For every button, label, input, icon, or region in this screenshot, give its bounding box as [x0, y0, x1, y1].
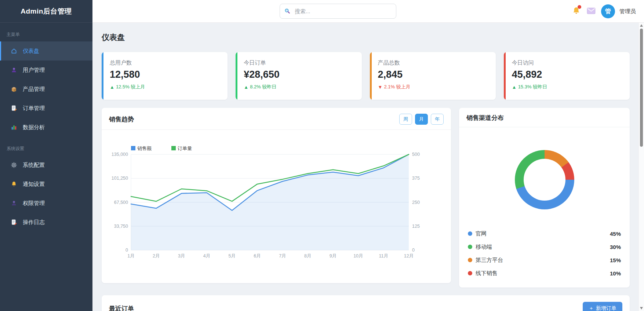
search-icon [284, 8, 291, 16]
sidebar-item-仪表盘[interactable]: 仪表盘 [0, 41, 92, 61]
svg-text:8月: 8月 [304, 253, 311, 259]
stat-value: 12,580 [110, 69, 219, 80]
svg-text:5月: 5月 [229, 253, 236, 259]
notifications-button[interactable] [571, 6, 581, 17]
legend-item-第三方平台: 第三方平台15% [468, 253, 621, 267]
sidebar-section-label: 主菜单 [0, 23, 92, 41]
legend-percent: 45% [610, 231, 621, 237]
sidebar-item-label: 订单管理 [23, 105, 45, 112]
svg-text:订单量: 订单量 [178, 146, 192, 151]
stat-card: 今日订单¥28,650▲8.2% 较昨日 [236, 52, 361, 100]
package-icon [10, 85, 18, 93]
sidebar-item-label: 通知设置 [23, 181, 45, 188]
stat-value: ¥28,650 [244, 69, 353, 80]
donut-chart [515, 150, 574, 209]
scrollbar-thumb[interactable] [640, 29, 643, 147]
sidebar-item-通知设置[interactable]: 通知设置 [0, 175, 92, 194]
svg-text:101,250: 101,250 [112, 176, 128, 181]
svg-text:135,000: 135,000 [112, 152, 128, 157]
trend-up-arrow-icon: ▲ [110, 84, 114, 90]
vertical-scrollbar[interactable] [638, 23, 644, 311]
stat-trend-text: 2.1% 较上月 [384, 84, 410, 90]
topbar-actions: 管 管理员 [571, 0, 636, 23]
sidebar-item-用户管理[interactable]: 用户管理 [0, 61, 92, 80]
legend-percent: 30% [610, 244, 621, 250]
svg-text:4月: 4月 [203, 253, 210, 259]
stat-trend-text: 12.5% 较上月 [116, 84, 145, 90]
search-input[interactable] [280, 4, 396, 19]
mail-icon [586, 6, 596, 17]
sidebar-item-订单管理[interactable]: 订单管理 [0, 99, 92, 118]
svg-text:7月: 7月 [279, 253, 286, 259]
sidebar-section-label: 系统设置 [0, 137, 92, 156]
legend-label: 线下销售 [476, 270, 610, 277]
page-title: 仪表盘 [102, 32, 630, 43]
chart-icon [10, 124, 18, 131]
svg-text:10月: 10月 [353, 253, 363, 259]
sidebar-item-label: 产品管理 [23, 86, 45, 93]
legend-item-移动端: 移动端30% [468, 240, 621, 253]
sidebar-item-label: 仪表盘 [23, 48, 39, 55]
legend-percent: 10% [610, 270, 621, 277]
stat-card: 产品总数2,845▼2.1% 较上月 [370, 52, 496, 100]
sidebar-item-label: 用户管理 [23, 67, 45, 74]
sales-channel-title: 销售渠道分布 [466, 114, 504, 122]
sidebar-item-产品管理[interactable]: 产品管理 [0, 80, 92, 99]
recent-orders-panel: 最近订单 ＋ 新增订单 [102, 295, 630, 311]
dashboard-content: 仪表盘 总用户数12,580▲12.5% 较上月今日订单¥28,650▲8.2%… [92, 23, 638, 311]
channel-legend: 官网45%移动端30%第三方平台15%线下销售10% [459, 227, 630, 280]
sidebar-item-label: 权限管理 [23, 200, 45, 207]
period-toggle-group: 周月年 [399, 114, 444, 125]
legend-label: 移动端 [476, 244, 610, 250]
stat-accent-bar [504, 52, 506, 100]
main-area: 管 管理员 仪表盘 总用户数12,580▲12.5% 较上月今日订单¥28,65… [92, 0, 644, 311]
stat-trend: ▲8.2% 较昨日 [244, 84, 353, 90]
svg-text:125: 125 [412, 224, 420, 229]
stat-trend-text: 8.2% 较昨日 [250, 84, 276, 90]
sidebar-item-操作日志[interactable]: 操作日志 [0, 213, 92, 232]
stat-card: 今日访问45,892▲15.3% 较昨日 [504, 52, 630, 100]
svg-text:6月: 6月 [254, 253, 261, 259]
donut-hole [524, 159, 565, 201]
period-button-年[interactable]: 年 [431, 114, 444, 125]
sidebar: Admin后台管理 主菜单仪表盘用户管理产品管理订单管理数据分析系统设置系统配置… [0, 0, 92, 311]
user-avatar[interactable]: 管 [601, 4, 615, 18]
gear-icon [10, 161, 18, 169]
sidebar-item-系统配置[interactable]: 系统配置 [0, 156, 92, 175]
period-button-周[interactable]: 周 [399, 114, 412, 125]
svg-text:500: 500 [412, 152, 420, 157]
svg-text:67,500: 67,500 [114, 200, 128, 205]
period-button-月[interactable]: 月 [415, 114, 428, 125]
stat-trend: ▲15.3% 较昨日 [512, 84, 622, 90]
sidebar-item-权限管理[interactable]: 权限管理 [0, 194, 92, 213]
legend-dot-icon [468, 245, 472, 249]
svg-text:250: 250 [412, 200, 420, 205]
legend-label: 第三方平台 [476, 257, 610, 264]
stat-trend: ▼2.1% 较上月 [378, 84, 488, 90]
add-order-button[interactable]: ＋ 新增订单 [583, 302, 622, 311]
legend-item-官网: 官网45% [468, 227, 621, 240]
scroll-down-arrow-icon[interactable] [640, 307, 643, 310]
svg-text:11月: 11月 [379, 253, 388, 259]
sales-trend-title: 销售趋势 [109, 115, 134, 124]
sales-trend-panel: 销售趋势 周月年 销售额订单量135,000500101,25037567,50… [102, 108, 451, 283]
charts-row: 销售趋势 周月年 销售额订单量135,000500101,25037567,50… [102, 108, 630, 288]
svg-text:1月: 1月 [127, 253, 134, 259]
stat-label: 总用户数 [110, 59, 219, 66]
legend-dot-icon [468, 231, 472, 236]
app-logo-title: Admin后台管理 [0, 0, 92, 23]
scroll-up-arrow-icon[interactable] [640, 24, 643, 27]
svg-text:销售额: 销售额 [137, 146, 152, 151]
stat-label: 今日访问 [512, 59, 622, 66]
plus-icon: ＋ [589, 305, 594, 311]
svg-text:3月: 3月 [178, 253, 185, 259]
svg-text:375: 375 [412, 176, 420, 181]
home-icon [10, 47, 18, 55]
svg-text:0: 0 [412, 248, 415, 253]
sidebar-item-label: 操作日志 [23, 219, 45, 226]
legend-dot-icon [468, 258, 472, 262]
sidebar-item-数据分析[interactable]: 数据分析 [0, 118, 92, 137]
sidebar-item-label: 系统配置 [23, 162, 45, 169]
legend-label: 官网 [476, 230, 610, 237]
messages-button[interactable] [586, 6, 597, 17]
